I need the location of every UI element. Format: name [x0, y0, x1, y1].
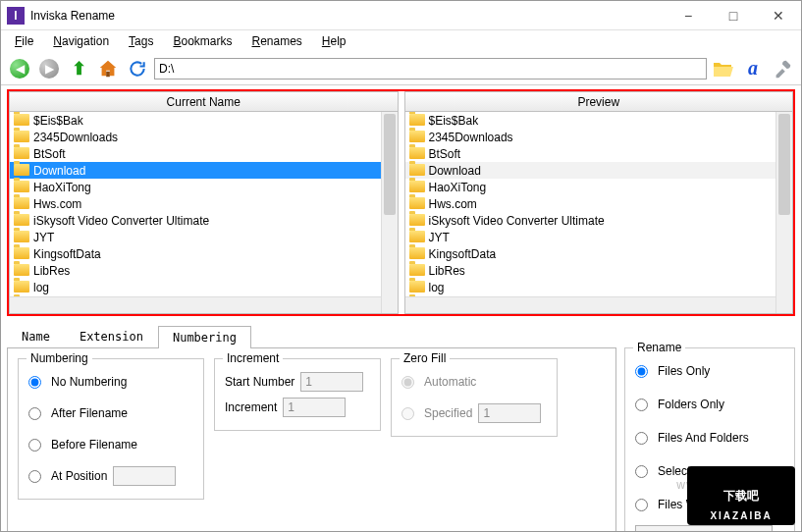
list-item[interactable]: Download	[10, 162, 381, 179]
list-item[interactable]: $Eis$Bak	[10, 112, 381, 129]
opt-files-and-folders[interactable]: Files And Folders	[635, 425, 784, 451]
up-button[interactable]: ⬆	[66, 56, 91, 81]
opt-before-filename[interactable]: Before Filename	[28, 432, 193, 457]
folder-icon	[409, 147, 425, 161]
opt-specified[interactable]: Specified	[401, 400, 547, 426]
list-item[interactable]: iSkysoft Video Converter Ultimate	[405, 212, 776, 229]
radio-before-filename[interactable]	[28, 439, 41, 452]
menu-navigation[interactable]: Navigation	[45, 32, 117, 50]
path-input[interactable]	[154, 58, 707, 80]
opt-after-filename[interactable]: After Filename	[28, 400, 193, 426]
list-item[interactable]: Hws.com	[405, 195, 776, 212]
label-automatic: Automatic	[424, 375, 476, 389]
list-item-label: BtSoft	[33, 147, 66, 161]
list-item-label: 2345Downloads	[429, 131, 513, 144]
browse-button[interactable]	[711, 56, 736, 81]
minimize-button[interactable]: −	[666, 1, 711, 30]
opt-no-numbering[interactable]: No Numbering	[28, 369, 193, 395]
scrollbar-vertical[interactable]	[775, 112, 792, 313]
radio-specified[interactable]	[401, 407, 414, 420]
label-specified: Specified	[424, 406, 472, 420]
specified-input[interactable]	[478, 403, 541, 423]
folder-icon	[409, 264, 425, 278]
list-item[interactable]: HaoXiTong	[405, 179, 776, 195]
list-item[interactable]: JYT	[405, 229, 776, 245]
forward-button[interactable]: ▶	[36, 56, 62, 81]
list-item[interactable]: HaoXiTong	[10, 179, 381, 195]
folder-icon	[409, 114, 425, 128]
list-item[interactable]: log	[10, 279, 381, 295]
home-button[interactable]	[95, 56, 121, 81]
opt-at-position[interactable]: At Position	[28, 463, 193, 489]
scrollbar-horizontal[interactable]	[405, 296, 776, 313]
folder-icon	[14, 231, 29, 244]
scrollbar-vertical[interactable]	[381, 112, 398, 313]
list-item-label: iSkysoft Video Converter Ultimate	[33, 214, 209, 228]
label-files-only: Files Only	[658, 364, 710, 378]
opt-folders-only[interactable]: Folders Only	[635, 392, 784, 417]
folder-icon	[409, 247, 425, 261]
bottom-bar: Ren	[7, 500, 795, 527]
opt-files-only[interactable]: Files Only	[635, 358, 784, 384]
opt-selected-items-only[interactable]: Selected Items Only	[635, 458, 784, 484]
start-number-input[interactable]	[300, 372, 363, 392]
radio-selected-items[interactable]	[635, 465, 648, 478]
list-item-label: BtSoft	[429, 147, 461, 161]
list-item[interactable]: LibRes	[10, 262, 381, 279]
menu-tags[interactable]: Tags	[121, 32, 161, 50]
list-item[interactable]: Download	[405, 162, 776, 179]
app-icon: I	[7, 7, 25, 25]
radio-files-only[interactable]	[635, 365, 648, 378]
menu-renames[interactable]: Renames	[243, 32, 309, 50]
font-button[interactable]: a	[740, 56, 766, 81]
radio-automatic[interactable]	[401, 376, 414, 389]
list-item-label: Hws.com	[429, 197, 477, 211]
increment-groupbox: Increment Start Number Increment	[214, 358, 381, 431]
list-item-label: HaoXiTong	[429, 181, 487, 194]
at-position-input[interactable]	[113, 466, 176, 486]
close-button[interactable]: ✕	[756, 1, 801, 30]
rename-button[interactable]: Ren	[744, 502, 795, 525]
list-item[interactable]: 2345Downloads	[10, 129, 381, 145]
list-item[interactable]: JYT	[10, 229, 381, 245]
radio-at-position[interactable]	[28, 470, 41, 483]
menu-help[interactable]: Help	[314, 32, 354, 50]
numbering-legend: Numbering	[27, 351, 92, 365]
list-item[interactable]: BtSoft	[10, 145, 381, 162]
radio-files-and-folders[interactable]	[635, 432, 648, 445]
folder-open-icon	[712, 59, 735, 79]
scrollbar-horizontal[interactable]	[10, 296, 381, 313]
increment-input[interactable]	[283, 398, 346, 417]
back-button[interactable]: ◀	[7, 56, 32, 81]
list-item-label: HaoXiTong	[33, 181, 91, 194]
label-no-numbering: No Numbering	[51, 375, 127, 389]
list-item[interactable]: KingsoftData	[10, 245, 381, 262]
list-item[interactable]: $Eis$Bak	[405, 112, 776, 129]
tab-name[interactable]: Name	[7, 325, 65, 347]
list-item[interactable]: iSkysoft Video Converter Ultimate	[10, 212, 381, 229]
radio-folders-only[interactable]	[635, 399, 648, 411]
current-file-list[interactable]: $Eis$Bak2345DownloadsBtSoftDownloadHaoXi…	[10, 112, 398, 313]
label-before-filename: Before Filename	[51, 438, 137, 452]
radio-no-numbering[interactable]	[28, 376, 41, 389]
list-item[interactable]: LibRes	[405, 262, 776, 279]
tab-extension[interactable]: Extension	[65, 325, 158, 347]
list-item[interactable]: log	[405, 279, 776, 295]
preview-file-list[interactable]: $Eis$Bak2345DownloadsBtSoftDownloadHaoXi…	[405, 112, 793, 313]
label-files-and-folders: Files And Folders	[658, 431, 749, 445]
opt-automatic[interactable]: Automatic	[401, 369, 547, 395]
list-item[interactable]: 2345Downloads	[405, 129, 776, 145]
list-item[interactable]: BtSoft	[405, 145, 776, 162]
list-item[interactable]: KingsoftData	[405, 245, 776, 262]
tab-numbering[interactable]: Numbering	[158, 326, 251, 348]
refresh-button[interactable]	[125, 56, 150, 81]
menu-file[interactable]: File	[7, 32, 41, 50]
list-item[interactable]: Hws.com	[10, 195, 381, 212]
list-item-label: JYT	[33, 231, 54, 244]
up-icon: ⬆	[69, 59, 88, 79]
menu-bookmarks[interactable]: Bookmarks	[165, 32, 240, 50]
radio-after-filename[interactable]	[28, 407, 41, 420]
settings-button[interactable]	[770, 56, 795, 81]
maximize-button[interactable]: □	[711, 1, 756, 30]
list-item-label: $Eis$Bak	[429, 114, 479, 128]
